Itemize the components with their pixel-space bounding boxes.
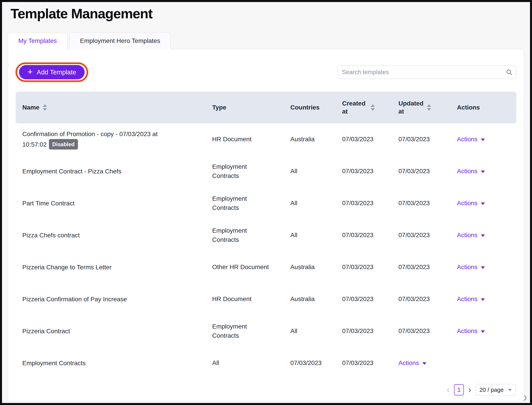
- template-name: Pizzeria Confirmation of Pay Increase: [22, 296, 127, 303]
- prev-page-button[interactable]: ‹: [447, 385, 450, 394]
- chevron-down-icon: [508, 389, 512, 391]
- cell-actions: Actions: [457, 231, 516, 240]
- sort-icon-name[interactable]: [43, 104, 47, 111]
- templates-panel: + Add Template Name Type: [8, 49, 524, 401]
- actions-dropdown[interactable]: Actions: [457, 263, 485, 272]
- template-name: Pizza Chefs contract: [22, 232, 80, 239]
- tab-employment-hero-templates[interactable]: Employment Hero Templates: [69, 33, 171, 49]
- cell-updated-at: 07/03/2023: [398, 199, 457, 208]
- table-row: Pizza Chefs contract Employment Contract…: [16, 219, 516, 251]
- actions-dropdown[interactable]: Actions: [457, 231, 485, 240]
- template-name: Employment Contract - Pizza Chefs: [22, 168, 121, 175]
- template-name: Pizzeria Change to Terms Letter: [22, 264, 112, 271]
- cell-updated-at: 07/03/2023: [398, 327, 457, 336]
- search-box: [338, 66, 516, 79]
- add-template-label: Add Template: [37, 69, 76, 76]
- template-name: Part Time Contract: [22, 200, 74, 207]
- cell-template-type: HR Document: [212, 135, 290, 144]
- cell-updated-at: 07/03/2023: [398, 135, 457, 144]
- current-page-button[interactable]: 1: [454, 384, 464, 395]
- pagination: ‹ 1 › 20 / page: [16, 384, 516, 396]
- cell-countries: Australia: [290, 135, 342, 144]
- search-input[interactable]: [338, 66, 516, 79]
- template-name: Confirmation of Promotion - copy - 07/03…: [22, 130, 158, 148]
- table-body: Confirmation of Promotion - copy - 07/03…: [16, 123, 516, 379]
- page-size-select[interactable]: 20 / page: [476, 384, 515, 396]
- sort-icon-created-at[interactable]: [371, 104, 375, 111]
- cell-actions: Actions: [457, 199, 516, 208]
- table-row: Confirmation of Promotion - copy - 07/03…: [16, 123, 516, 155]
- cell-created-at: 07/03/2023: [342, 358, 398, 368]
- actions-dropdown[interactable]: Actions: [457, 327, 485, 336]
- cell-template-name: Part Time Contract: [16, 198, 212, 208]
- cell-template-type: Employment Contracts: [212, 322, 290, 340]
- caret-down-icon: [481, 266, 485, 269]
- table-row: Pizzeria Confirmation of Pay Increase HR…: [16, 283, 516, 315]
- table-row: Pizzeria Contract Employment Contracts A…: [16, 315, 516, 347]
- page-title: Template Management: [2, 2, 530, 21]
- add-template-button[interactable]: + Add Template: [19, 65, 85, 79]
- caret-down-icon: [481, 202, 485, 205]
- cell-created-at: 07/03/2023: [342, 167, 398, 176]
- cell-template-type: HR Document: [212, 295, 290, 304]
- caret-down-icon: [481, 170, 485, 173]
- cell-created-at: 07/03/2023: [342, 263, 398, 272]
- cell-created-at: 07/03/2023: [342, 295, 398, 304]
- cell-template-type: Employment Contracts: [212, 162, 290, 180]
- cell-template-name: Confirmation of Promotion - copy - 07/03…: [16, 129, 212, 149]
- cell-actions: Actions: [457, 135, 516, 144]
- caret-down-icon: [422, 362, 426, 365]
- table-row: Employment Contract - Pizza Chefs Employ…: [16, 155, 516, 187]
- cell-created-at: 07/03/2023: [342, 199, 398, 208]
- cell-template-type: All: [212, 358, 290, 368]
- cell-updated-at: 07/03/2023: [398, 231, 457, 240]
- tab-my-templates[interactable]: My Templates: [8, 33, 67, 49]
- cell-countries: 07/03/2023: [290, 358, 342, 368]
- cell-template-name: Pizzeria Contract: [16, 326, 212, 336]
- actions-dropdown[interactable]: Actions: [457, 295, 485, 304]
- toolbar: + Add Template: [16, 63, 516, 82]
- table-row: Part Time Contract Employment Contracts …: [16, 187, 516, 219]
- cell-countries: All: [290, 231, 342, 240]
- cell-countries: All: [290, 167, 342, 176]
- annotation-highlight-ring: + Add Template: [16, 63, 88, 82]
- actions-dropdown[interactable]: Actions: [398, 358, 426, 368]
- cell-actions: Actions: [457, 167, 516, 176]
- actions-dropdown[interactable]: Actions: [457, 135, 485, 144]
- template-name: Pizzeria Contract: [22, 328, 70, 335]
- cell-template-name: Pizzeria Confirmation of Pay Increase: [16, 294, 212, 304]
- cell-countries: All: [290, 327, 342, 336]
- table-row: Pizzeria Change to Terms Letter Other HR…: [16, 251, 516, 283]
- cell-template-name: Pizza Chefs contract: [16, 230, 212, 240]
- next-page-button[interactable]: ›: [468, 385, 471, 394]
- column-header-created-at: Created at: [342, 100, 398, 116]
- cell-created-at: 07/03/2023: [342, 135, 398, 144]
- cell-template-name: Pizzeria Change to Terms Letter: [16, 262, 212, 272]
- actions-dropdown[interactable]: Actions: [457, 167, 485, 176]
- cell-countries: Australia: [290, 295, 342, 304]
- caret-down-icon: [481, 139, 485, 141]
- status-badge: Disabled: [49, 139, 78, 149]
- column-header-type: Type: [212, 104, 290, 111]
- template-management-screen: Template Management My Templates Employm…: [0, 0, 532, 405]
- cell-template-type: Employment Contracts: [212, 226, 290, 244]
- table-row: Employment Contracts All 07/03/2023 07/0…: [16, 347, 516, 379]
- cell-created-at: 07/03/2023: [342, 231, 398, 240]
- search-icon[interactable]: [506, 69, 513, 76]
- cell-updated-at: Actions: [398, 358, 457, 368]
- actions-dropdown[interactable]: Actions: [457, 199, 485, 208]
- sort-icon-updated-at[interactable]: [427, 104, 431, 111]
- cell-countries: Australia: [290, 263, 342, 272]
- column-header-actions: Actions: [457, 104, 516, 111]
- caret-down-icon: [481, 235, 485, 237]
- table-header: Name Type Countries Created at Updated a…: [16, 92, 516, 123]
- cell-template-name: Employment Contract - Pizza Chefs: [16, 167, 212, 176]
- column-header-name: Name: [16, 104, 212, 111]
- column-header-updated-at: Updated at: [398, 100, 457, 116]
- cell-actions: Actions: [457, 263, 516, 272]
- column-header-countries: Countries: [290, 104, 342, 111]
- cell-template-name: Employment Contracts: [16, 358, 212, 368]
- cell-updated-at: 07/03/2023: [398, 263, 457, 272]
- page-size-value: 20 / page: [479, 386, 504, 393]
- cell-actions: Actions: [457, 327, 516, 336]
